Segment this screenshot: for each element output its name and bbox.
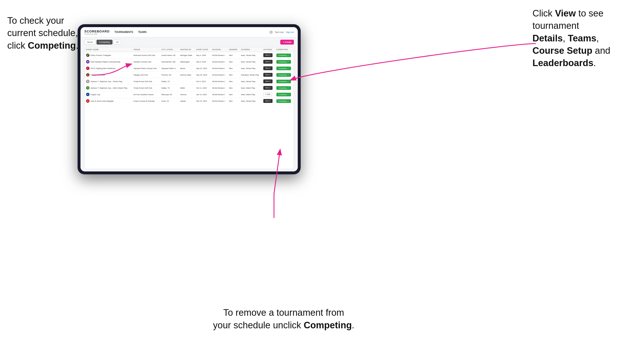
col-event-name: EVENT NAME bbox=[84, 47, 132, 52]
filter-tab-competing[interactable]: Competing bbox=[96, 40, 112, 44]
filter-bar: Home Competing All + Create bbox=[84, 40, 294, 44]
cell-venue: Papago Golf Club bbox=[132, 72, 160, 78]
table-wrapper: EVENT NAME VENUE CITY, STATE HOSTED BY S… bbox=[84, 47, 294, 169]
nav-signout[interactable]: Sign out bbox=[286, 31, 294, 33]
annotation-tl-line3: click bbox=[7, 40, 28, 51]
nav-logo: SCOREBOARD Powered by clipp bbox=[84, 29, 110, 35]
cell-gender: Men bbox=[228, 52, 240, 59]
table-header: EVENT NAME VENUE CITY, STATE HOSTED BY S… bbox=[84, 47, 294, 52]
competing-button[interactable]: Competing bbox=[276, 93, 291, 96]
event-name-text: John A. Burns Intercollegiate bbox=[90, 100, 114, 102]
annotation-tr-and: and bbox=[592, 45, 610, 56]
nav-link-tournaments[interactable]: TOURNAMENTS bbox=[114, 30, 133, 34]
cell-division: NCAA Division I bbox=[211, 85, 228, 91]
nav-logo-sub: Powered by clipp bbox=[84, 33, 110, 35]
edit-button[interactable]: ✏ Edit bbox=[263, 93, 272, 96]
competing-button[interactable]: Competing bbox=[276, 73, 291, 77]
team-logo: I bbox=[86, 67, 90, 70]
cell-division: NCAA Division I bbox=[211, 91, 228, 98]
create-button[interactable]: + Create bbox=[280, 40, 294, 44]
cell-start-date: Oct 9, 2023 bbox=[195, 78, 211, 85]
table-row: W 2023 Sahalee Players Championship Saha… bbox=[84, 59, 294, 65]
nav-avatar bbox=[270, 30, 273, 34]
team-logo: 🏈 bbox=[86, 53, 90, 57]
annotation-b-period: . bbox=[352, 320, 354, 330]
annotation-tr-comma2: , bbox=[596, 33, 599, 43]
cell-hosted-by: Arizona State bbox=[179, 72, 195, 78]
competing-button[interactable]: Competing bbox=[276, 60, 291, 64]
cell-start-date: Feb 15, 2024 bbox=[195, 98, 211, 104]
cell-scoring: individual, Stroke Play bbox=[240, 72, 262, 78]
annotation-tl-bold: Competing bbox=[28, 40, 76, 51]
annotation-tr-teams: Teams bbox=[568, 33, 596, 43]
cell-competing: Competing bbox=[275, 85, 294, 91]
annotation-tr-click: Click bbox=[532, 8, 555, 18]
filter-tab-all[interactable]: All bbox=[114, 40, 121, 44]
table-row: H John A. Burns Intercollegiate Ocean Co… bbox=[84, 98, 294, 104]
cell-division: NCAA Division I bbox=[211, 98, 228, 104]
event-name-text: OFCC Fighting Illini Invitational bbox=[90, 67, 116, 69]
cell-division: NCAA Division I bbox=[211, 78, 228, 85]
cell-gender: Men bbox=[228, 85, 240, 91]
cell-start-date: Oct 11, 2023 bbox=[195, 85, 211, 91]
cell-gender: Men bbox=[228, 59, 240, 65]
annotation-tr-course: Course Setup bbox=[532, 45, 592, 56]
cell-event-name: 🏈 Folds of Honor Collegiate bbox=[84, 52, 132, 59]
tablet-screen: SCOREBOARD Powered by clipp TOURNAMENTS … bbox=[80, 27, 298, 172]
view-button[interactable]: View ⓘ bbox=[263, 86, 272, 90]
cell-event-name: W 2023 Sahalee Players Championship bbox=[84, 59, 132, 65]
event-name-text: 2023 Sahalee Players Championship bbox=[90, 61, 120, 63]
nav-user: Test User bbox=[275, 31, 284, 33]
cell-start-date: Sep 4, 2023 bbox=[195, 52, 211, 59]
annotation-b-line2: your schedule unclick bbox=[213, 320, 304, 330]
event-name-text: Copper Cup bbox=[90, 93, 100, 96]
annotation-tl-line1: To check your bbox=[7, 15, 64, 26]
cell-gender: Men bbox=[228, 91, 240, 98]
competing-button[interactable]: Competing bbox=[276, 86, 291, 90]
col-start-date: START DATE bbox=[195, 47, 211, 52]
cell-venue: Ak-Chin Southern Dunes bbox=[132, 91, 160, 98]
competing-button[interactable]: Competing bbox=[276, 67, 291, 70]
cell-start-date: Sep 9, 2023 bbox=[195, 59, 211, 65]
nav-logo-title: SCOREBOARD bbox=[84, 29, 110, 33]
competing-button[interactable]: Competing bbox=[276, 80, 291, 83]
annotation-tr-tournament: tournament bbox=[532, 20, 579, 31]
team-logo: 🏌 bbox=[86, 73, 90, 76]
cell-event-name: H John A. Burns Intercollegiate bbox=[84, 98, 132, 104]
event-name-text: Jackson T. Stephens Cup – Men's Match Pl… bbox=[90, 87, 127, 89]
event-name-text: Folds of Honor Collegiate bbox=[90, 54, 111, 56]
annotation-top-right: Click View to see tournament Details, Te… bbox=[532, 7, 637, 69]
annotation-bottom: To remove a tournament from your schedul… bbox=[199, 307, 368, 332]
view-button[interactable]: View ⓘ bbox=[263, 79, 272, 83]
competing-button[interactable]: Competing bbox=[276, 99, 291, 103]
team-logo: ⚙ bbox=[86, 80, 90, 83]
view-button[interactable]: View ⓘ bbox=[263, 99, 272, 103]
tablet: SCOREBOARD Powered by clipp TOURNAMENTS … bbox=[78, 24, 301, 174]
cell-action: View ⓘ bbox=[262, 85, 275, 91]
cell-scoring: team, Stroke Play bbox=[240, 65, 262, 72]
cell-hosted-by bbox=[179, 78, 195, 85]
cell-division: NCAA Division I bbox=[211, 59, 228, 65]
cell-event-name: ⚙ Jackson T. Stephens Cup – Stroke Play bbox=[84, 78, 132, 85]
annotation-tr-tosee: to see bbox=[576, 8, 604, 18]
view-button[interactable]: View ⓘ bbox=[263, 60, 272, 64]
view-button[interactable]: View ⓘ bbox=[263, 53, 272, 57]
cell-action: View ⓘ bbox=[262, 78, 275, 85]
nav-links: TOURNAMENTS TEAMS bbox=[114, 30, 270, 34]
view-button[interactable]: View ⓘ bbox=[263, 66, 272, 70]
cell-venue: Sahalee Country Club bbox=[132, 59, 160, 65]
cell-action: View ⓘ bbox=[262, 72, 275, 78]
team-logo: A bbox=[86, 93, 90, 96]
nav-link-teams[interactable]: TEAMS bbox=[138, 30, 147, 34]
view-button[interactable]: View ⓘ bbox=[263, 73, 272, 77]
col-division: DIVISION bbox=[211, 47, 228, 52]
col-venue: VENUE bbox=[132, 47, 160, 52]
cell-competing: Competing bbox=[275, 91, 294, 98]
cell-gender: Men bbox=[228, 98, 240, 104]
cell-action: View ⓘ bbox=[262, 59, 275, 65]
col-actions: ACTIONS bbox=[262, 47, 275, 52]
cell-venue: Trinity Forest Golf Club bbox=[132, 78, 160, 85]
annotation-b-bold: Competing bbox=[304, 320, 352, 330]
competing-button[interactable]: Competing bbox=[276, 53, 291, 57]
filter-tab-home[interactable]: Home bbox=[84, 40, 96, 44]
